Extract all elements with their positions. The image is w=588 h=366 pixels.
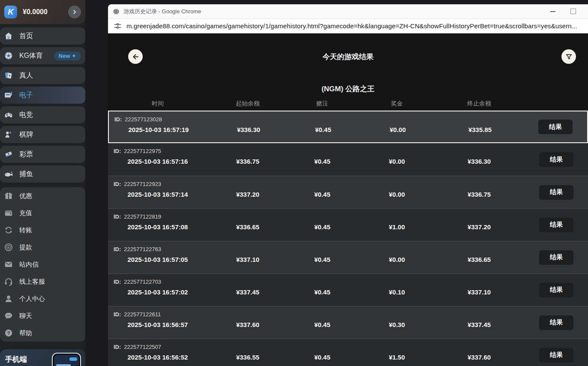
result-button[interactable]: 结果 bbox=[539, 250, 573, 265]
start-balance: ¥336.75 bbox=[207, 158, 288, 165]
bet-amount: ¥0.45 bbox=[288, 223, 357, 231]
bet-time: 2025-10-03 16:57:19 bbox=[109, 126, 208, 133]
result-button[interactable]: 结果 bbox=[539, 348, 573, 363]
prize-amount: ¥1.00 bbox=[357, 223, 437, 231]
col-end-balance: 终止余额 bbox=[437, 100, 521, 108]
sidebar-item-chat[interactable]: 聊天 bbox=[0, 307, 85, 324]
game-history-page: 今天的游戏结果 (NGM) 公路之王 时间 起始余额 赌注 奖金 终止余额 ID… bbox=[108, 33, 588, 366]
balance-expand-button[interactable] bbox=[68, 6, 81, 18]
home-icon bbox=[4, 31, 13, 41]
new-badge: New ✦ bbox=[54, 51, 81, 60]
chat-icon bbox=[4, 311, 13, 321]
withdraw-icon bbox=[4, 243, 13, 252]
chess-icon bbox=[4, 130, 13, 139]
url-text: m.greenjade88.com/casino/games/gamehisto… bbox=[126, 22, 577, 30]
prize-amount: ¥0.30 bbox=[357, 321, 437, 328]
tune-icon bbox=[114, 22, 122, 30]
sidebar-nav-secondary: 优惠 充值 转账 提款 站内信 线上客服 个人中心 聊天 ? 帮助 bbox=[0, 187, 85, 342]
start-balance: ¥337.60 bbox=[207, 321, 288, 328]
chrome-popup-window: 游戏历史记录 - Google Chrome m.greenjade88.com… bbox=[108, 4, 588, 366]
sidebar-item-live[interactable]: 真人 bbox=[0, 67, 85, 84]
start-balance: ¥336.65 bbox=[207, 223, 288, 231]
start-balance: ¥337.20 bbox=[207, 191, 288, 198]
end-balance: ¥337.20 bbox=[437, 223, 521, 231]
bet-time: 2025-10-03 16:57:16 bbox=[108, 158, 207, 165]
bet-time: 2025-10-03 16:56:52 bbox=[108, 354, 207, 361]
bet-amount: ¥0.45 bbox=[288, 191, 357, 198]
bet-time: 2025-10-03 16:57:14 bbox=[108, 191, 207, 198]
result-button[interactable]: 结果 bbox=[539, 283, 573, 297]
results-table: ID:222577123028 2025-10-03 16:57:19 ¥336… bbox=[108, 111, 588, 366]
result-button[interactable]: 结果 bbox=[539, 218, 573, 232]
filter-button[interactable] bbox=[561, 49, 576, 64]
globe-icon bbox=[113, 8, 120, 15]
fish-icon bbox=[4, 169, 13, 179]
col-start-balance: 起始余额 bbox=[207, 100, 288, 108]
sidebar-item-transfer[interactable]: 转账 bbox=[0, 222, 85, 239]
bet-time: 2025-10-03 16:57:02 bbox=[108, 288, 207, 296]
result-button[interactable]: 结果 bbox=[539, 152, 573, 167]
sidebar-item-slots[interactable]: 电子 bbox=[0, 87, 85, 104]
bet-id: ID:222577122975 bbox=[108, 143, 588, 154]
bet-amount: ¥0.45 bbox=[288, 158, 357, 165]
bet-amount: ¥0.45 bbox=[288, 321, 357, 328]
soccer-icon bbox=[4, 51, 13, 60]
prize-amount: ¥0.00 bbox=[357, 191, 437, 198]
sidebar-item-home[interactable]: 首页 bbox=[0, 27, 85, 45]
funnel-icon bbox=[565, 53, 573, 61]
mail-icon bbox=[4, 260, 13, 269]
result-button[interactable]: 结果 bbox=[538, 120, 573, 134]
phone-mockup-image bbox=[52, 353, 81, 366]
sidebar-item-esports[interactable]: 电竞 bbox=[0, 106, 85, 123]
sidebar-item-online-support[interactable]: 线上客服 bbox=[0, 273, 85, 290]
help-icon: ? bbox=[4, 328, 13, 338]
sidebar-item-sports[interactable]: KG体育 New ✦ bbox=[0, 47, 85, 64]
sidebar-item-promotions[interactable]: 优惠 bbox=[0, 187, 85, 204]
minimize-button[interactable] bbox=[550, 11, 555, 12]
sidebar-item-withdraw[interactable]: 提款 bbox=[0, 239, 85, 256]
prize-amount: ¥0.00 bbox=[357, 256, 437, 263]
game-name: (NGM) 公路之王 bbox=[108, 84, 588, 94]
sidebar-nav-primary: 首页 KG体育 New ✦ 真人 电子 电竞 棋牌 彩票 捕鱼 bbox=[0, 27, 85, 183]
prize-amount: ¥1.50 bbox=[357, 354, 437, 361]
address-bar[interactable]: m.greenjade88.com/casino/games/gamehisto… bbox=[108, 19, 588, 33]
sidebar-item-lottery[interactable]: 彩票 bbox=[0, 146, 85, 163]
prize-amount: ¥0.00 bbox=[357, 126, 438, 133]
window-title: 游戏历史记录 - Google Chrome bbox=[123, 8, 201, 15]
prize-amount: ¥0.10 bbox=[357, 288, 437, 296]
sidebar-item-inbox[interactable]: 站内信 bbox=[0, 256, 85, 273]
page-title: 今天的游戏结果 bbox=[108, 52, 588, 62]
sidebar-item-board-games[interactable]: 棋牌 bbox=[0, 126, 85, 143]
result-button[interactable]: 结果 bbox=[539, 185, 573, 200]
bet-time: 2025-10-03 16:56:57 bbox=[108, 321, 207, 328]
headset-icon bbox=[4, 277, 13, 286]
bet-id: ID:222577122611 bbox=[108, 306, 588, 318]
start-balance: ¥337.45 bbox=[207, 288, 288, 296]
sidebar-item-help[interactable]: ? 帮助 bbox=[0, 324, 85, 342]
table-row: ID:222577122975 2025-10-03 16:57:16 ¥336… bbox=[108, 143, 588, 176]
table-row: ID:222577122763 2025-10-03 16:57:05 ¥337… bbox=[108, 241, 588, 273]
bet-id: ID:222577123028 bbox=[109, 111, 587, 123]
result-button[interactable]: 结果 bbox=[539, 315, 573, 330]
person-icon bbox=[4, 294, 13, 303]
end-balance: ¥336.65 bbox=[437, 256, 521, 263]
wallet-icon bbox=[4, 208, 13, 218]
mobile-app-promo-banner[interactable]: 手机端 海量赛事 全面覆盖! bbox=[0, 349, 85, 366]
sidebar-item-profile[interactable]: 个人中心 bbox=[0, 290, 85, 307]
end-balance: ¥336.30 bbox=[437, 158, 521, 165]
maximize-button[interactable] bbox=[570, 9, 576, 14]
bet-time: 2025-10-03 16:57:05 bbox=[108, 256, 207, 263]
table-row: ID:222577122611 2025-10-03 16:56:57 ¥337… bbox=[108, 306, 588, 339]
col-bet: 赌注 bbox=[288, 100, 357, 108]
table-header-row: 时间 起始余额 赌注 奖金 终止余额 bbox=[108, 100, 588, 108]
sidebar-item-deposit[interactable]: 充值 bbox=[0, 204, 85, 222]
wallet-balance: ¥0.0000 bbox=[23, 8, 48, 16]
end-balance: ¥337.10 bbox=[437, 288, 521, 296]
ticket-icon bbox=[4, 150, 13, 159]
gift-icon bbox=[4, 191, 13, 201]
bet-id: ID:222577122763 bbox=[108, 241, 588, 252]
bet-id: ID:222577122703 bbox=[108, 274, 588, 285]
cards-icon bbox=[4, 71, 13, 80]
start-balance: ¥337.10 bbox=[207, 256, 288, 263]
sidebar-item-fishing[interactable]: 捕鱼 bbox=[0, 165, 85, 183]
